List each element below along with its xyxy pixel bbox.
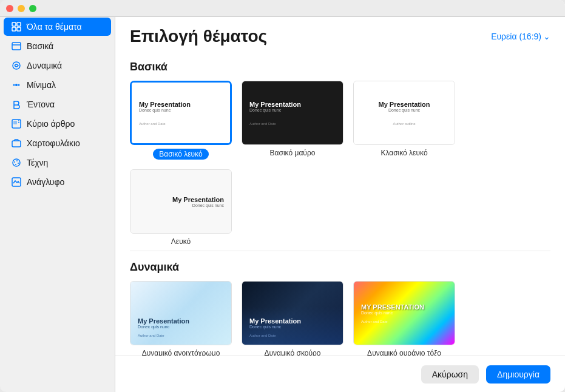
sidebar-item-relief[interactable]: Ανάγλυφο <box>4 173 111 191</box>
theme-dynamic-rainbow[interactable]: MY PRESENTATION Donec quis nunc Author a… <box>353 281 455 356</box>
sidebar-item-bold[interactable]: Έντονα <box>4 95 111 113</box>
divider-1 <box>130 251 550 251</box>
theme-white-label: Λευκό <box>171 237 191 246</box>
theme-dynamic-dark[interactable]: My Presentation Donec quis nunc Author a… <box>242 281 343 356</box>
basic-section: Βασικά My Presentation Donec quis nunc A… <box>130 61 550 246</box>
theme-classic-white-thumbnail: My Presentation Donec quis nunc Author o… <box>353 81 455 145</box>
thumb-dynamic-dark-sub: Donec quis nunc <box>249 325 336 329</box>
chevron-down-icon: ⌄ <box>543 32 550 41</box>
basic-section-title: Βασικά <box>130 61 550 73</box>
thumb-white-sub: Donec quis nunc <box>192 203 224 208</box>
main-header: Επιλογή θέματος Ευρεία (16:9) ⌄ <box>115 17 565 51</box>
grid-icon <box>11 21 22 32</box>
svg-rect-4 <box>12 42 21 50</box>
dynamic-icon <box>11 60 22 71</box>
svg-point-19 <box>15 164 16 165</box>
thumb-dynamic-rainbow-sub: Donec quis nunc <box>361 311 447 315</box>
aspect-ratio-selector[interactable]: Ευρεία (16:9) ⌄ <box>491 32 550 41</box>
sidebar-item-all[interactable]: Όλα τα θέματα <box>4 18 111 36</box>
maximize-button[interactable] <box>29 5 36 12</box>
page-title: Επιλογή θέματος <box>130 27 267 46</box>
layout-icon <box>11 41 22 52</box>
thumb-basic-black-sub: Donec quis nunc <box>249 108 336 112</box>
editorial-icon <box>11 118 22 129</box>
theme-dynamic-dark-thumbnail: My Presentation Donec quis nunc Author a… <box>242 281 343 345</box>
art-icon <box>11 157 22 168</box>
svg-point-18 <box>18 163 19 164</box>
svg-rect-1 <box>17 22 21 26</box>
thumb-basic-black-author: Author and Date <box>249 122 336 126</box>
sidebar-item-basic[interactable]: Βασικά <box>4 37 111 55</box>
sidebar-item-basic-label: Βασικά <box>27 41 53 51</box>
theme-white-thumbnail: My Presentation Donec quis nunc <box>130 169 232 234</box>
sidebar-item-minimal-label: Μίνιμαλ <box>27 80 56 90</box>
sidebar-item-portfolio[interactable]: Χαρτοφυλάκιο <box>4 134 111 152</box>
theme-basic-black[interactable]: My Presentation Donec quis nunc Author a… <box>242 81 343 160</box>
create-button[interactable]: Δημιουργία <box>486 365 550 384</box>
svg-point-17 <box>16 160 18 161</box>
sidebar-item-bold-label: Έντονα <box>27 100 55 109</box>
thumb-classic-white-title: My Presentation <box>379 101 430 108</box>
bold-icon <box>11 99 22 110</box>
thumb-dynamic-light-title: My Presentation <box>138 317 224 325</box>
theme-white[interactable]: My Presentation Donec quis nunc Λευκό <box>130 169 232 246</box>
theme-dynamic-light[interactable]: My Presentation Donec quis nunc Author a… <box>130 281 232 356</box>
theme-basic-black-label: Βασικό μαύρο <box>270 149 316 157</box>
theme-basic-white[interactable]: My Presentation Donec quis nunc Author a… <box>130 81 232 160</box>
svg-point-8 <box>13 84 15 86</box>
sidebar-item-dynamic-label: Δυναμικά <box>27 61 62 70</box>
aspect-ratio-label: Ευρεία (16:9) <box>491 32 541 41</box>
sidebar-item-art[interactable]: Τέχνη <box>4 154 111 172</box>
svg-point-16 <box>14 161 15 163</box>
sidebar-item-editorial-label: Κύριο άρθρο <box>27 119 75 129</box>
sidebar-item-all-label: Όλα τα θέματα <box>27 22 82 32</box>
main-content: Επιλογή θέματος Ευρεία (16:9) ⌄ Βασικά M… <box>115 0 565 392</box>
theme-dynamic-rainbow-label: Δυναμικό ουράνιο τόξο <box>367 349 441 356</box>
thumb-dynamic-dark-title: My Presentation <box>249 317 336 325</box>
thumb-classic-white-author: Author outline <box>393 122 415 126</box>
svg-rect-3 <box>17 27 21 31</box>
theme-classic-white[interactable]: My Presentation Donec quis nunc Author o… <box>353 81 455 160</box>
theme-classic-white-label: Κλασικό λευκό <box>381 149 427 157</box>
thumb-dynamic-rainbow-author: Author and Date <box>361 320 447 323</box>
sidebar-item-dynamic[interactable]: Δυναμικά <box>4 56 111 75</box>
svg-rect-2 <box>12 27 16 31</box>
thumb-white-title: My Presentation <box>172 196 224 203</box>
svg-rect-0 <box>12 22 16 26</box>
theme-basic-black-thumbnail: My Presentation Donec quis nunc Author a… <box>242 81 343 145</box>
thumb-dynamic-light-sub: Donec quis nunc <box>138 325 224 329</box>
theme-basic-white-label: Βασικό λευκό <box>153 149 208 160</box>
titlebar <box>0 0 565 17</box>
dynamic-section-title: Δυναμικά <box>130 261 550 274</box>
thumb-basic-white-sub: Donec quis nunc <box>139 108 223 112</box>
sidebar-item-art-label: Τέχνη <box>27 158 48 167</box>
minimal-icon <box>11 79 22 90</box>
thumb-basic-white-author: Author and Date <box>139 122 223 126</box>
thumb-dynamic-rainbow-title: MY PRESENTATION <box>361 303 447 311</box>
theme-basic-white-thumbnail: My Presentation Donec quis nunc Author a… <box>130 81 232 145</box>
thumb-dynamic-light-author: Author and Date <box>138 334 224 337</box>
theme-dynamic-rainbow-thumbnail: MY PRESENTATION Donec quis nunc Author a… <box>353 281 455 345</box>
close-button[interactable] <box>6 5 13 12</box>
sidebar-item-relief-label: Ανάγλυφο <box>27 177 64 187</box>
svg-rect-11 <box>13 121 17 124</box>
theme-dynamic-light-label: Δυναμικό ανοιχτόχρωμο <box>142 349 220 356</box>
thumb-dynamic-dark-author: Author and Date <box>249 334 336 337</box>
svg-point-9 <box>18 84 20 86</box>
svg-point-6 <box>13 62 20 69</box>
thumb-basic-black-title: My Presentation <box>249 101 336 108</box>
svg-point-15 <box>13 159 20 166</box>
svg-point-7 <box>15 84 18 86</box>
dynamic-themes-grid: My Presentation Donec quis nunc Author a… <box>130 281 550 356</box>
dynamic-section: Δυναμικά My Presentation Donec quis nunc… <box>130 261 550 356</box>
basic-themes-grid: My Presentation Donec quis nunc Author a… <box>130 81 550 246</box>
sidebar-item-editorial[interactable]: Κύριο άρθρο <box>4 115 111 133</box>
relief-icon <box>11 177 22 188</box>
minimize-button[interactable] <box>18 5 25 12</box>
svg-rect-14 <box>12 141 21 147</box>
thumb-basic-white-title: My Presentation <box>139 101 223 108</box>
cancel-button[interactable]: Ακύρωση <box>421 365 479 384</box>
thumb-classic-white-sub: Donec quis nunc <box>388 108 420 112</box>
sidebar-item-minimal[interactable]: Μίνιμαλ <box>4 76 111 94</box>
themes-content: Βασικά My Presentation Donec quis nunc A… <box>115 51 565 356</box>
